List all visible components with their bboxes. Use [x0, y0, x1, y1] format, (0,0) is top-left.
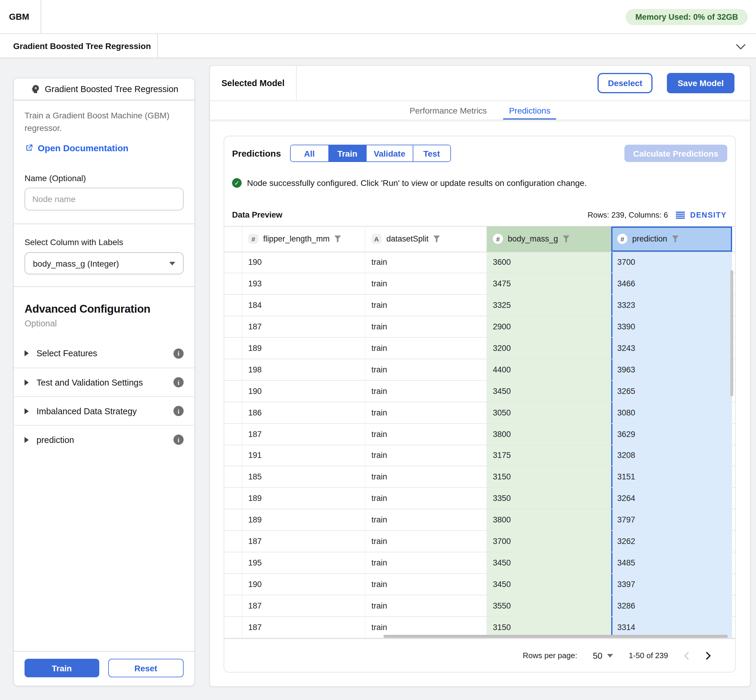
prev-page-button[interactable]	[684, 651, 690, 660]
chevron-down-icon	[607, 654, 613, 657]
info-icon[interactable]	[174, 406, 184, 416]
table-cell: 3700	[487, 531, 611, 552]
chevron-down-icon[interactable]	[733, 39, 748, 54]
predictions-toolbar: Predictions AllTrainValidateTest Calcula…	[224, 136, 735, 162]
tab-predictions[interactable]: Predictions	[508, 101, 552, 120]
workspace-tab-label: Gradient Boosted Tree Regression	[13, 41, 151, 50]
info-icon[interactable]	[174, 377, 184, 388]
accordion-label: prediction	[36, 435, 74, 444]
table-cell: train	[365, 423, 487, 444]
accordion-row[interactable]: Select Features	[14, 339, 194, 368]
accordion-label: Select Features	[36, 348, 97, 358]
table-cell: 187	[242, 617, 365, 638]
segment-all[interactable]: All	[290, 145, 328, 161]
table-cell-empty	[224, 445, 242, 466]
caret-right-icon	[25, 408, 29, 414]
segment-validate[interactable]: Validate	[366, 145, 412, 161]
table-cell: 3350	[487, 488, 611, 509]
pagination-nav	[684, 651, 711, 660]
table-cell: 3314	[611, 617, 732, 638]
accordion-label: Test and Validation Settings	[36, 378, 143, 387]
table-cell: 3050	[487, 402, 611, 423]
table-cell: 3200	[487, 338, 611, 359]
info-icon[interactable]	[174, 434, 184, 445]
table-row: 189train38003797	[224, 509, 735, 531]
horizontal-scrollbar[interactable]	[383, 635, 728, 638]
save-model-button[interactable]: Save Model	[667, 73, 734, 93]
column-type-icon: #	[493, 234, 503, 244]
table-cell-empty	[224, 402, 242, 423]
column-name: body_mass_g	[508, 234, 558, 244]
table-cell-empty	[224, 531, 242, 552]
content-area: Gradient Boosted Tree Regression Train a…	[0, 58, 756, 700]
node-config-panel: Gradient Boosted Tree Regression Train a…	[13, 78, 195, 686]
density-control[interactable]: DENSITY	[676, 211, 727, 219]
table-cell: 3150	[487, 467, 611, 488]
table-cell: train	[365, 273, 487, 294]
segment-test[interactable]: Test	[412, 145, 450, 161]
table-cell: 3450	[487, 574, 611, 595]
table-cell: 2900	[487, 316, 611, 337]
table-cell: 3243	[611, 338, 732, 359]
data-preview-table: #flipper_length_mmAdatasetSplit#body_mas…	[224, 226, 735, 638]
table-cell: train	[365, 617, 487, 638]
filter-icon[interactable]	[563, 236, 570, 242]
table-row: 190train34503265	[224, 381, 735, 402]
accordion-row[interactable]: Imbalanced Data Strategy	[14, 396, 194, 425]
table-cell: 3151	[611, 467, 732, 488]
info-icon[interactable]	[174, 348, 184, 358]
filter-icon[interactable]	[334, 236, 341, 242]
table-cell: 3700	[611, 252, 732, 273]
table-row: 186train30503080	[224, 402, 735, 423]
column-header-flipper_length_mm[interactable]: #flipper_length_mm	[242, 227, 365, 252]
table-row: 195train34503485	[224, 552, 735, 574]
workspace-tab[interactable]: Gradient Boosted Tree Regression	[0, 34, 158, 58]
accordion-row[interactable]: Test and Validation Settings	[14, 368, 194, 396]
table-cell: 4400	[487, 359, 611, 380]
divider	[14, 223, 194, 224]
table-cell: train	[365, 445, 487, 466]
table-cell: train	[365, 402, 487, 423]
predictions-card: Predictions AllTrainValidateTest Calcula…	[224, 136, 736, 672]
tab-performance-metrics[interactable]: Performance Metrics	[409, 101, 488, 120]
rows-per-page-select[interactable]: 50	[593, 651, 613, 660]
model-actions: Deselect Save Model	[598, 73, 734, 93]
calculate-predictions-button[interactable]: Calculate Predictions	[624, 145, 727, 162]
table-header-row: #flipper_length_mmAdatasetSplit#body_mas…	[224, 227, 735, 252]
table-cell: 3797	[611, 509, 732, 530]
table-row: 187train37003262	[224, 531, 735, 552]
selected-model-tab[interactable]: Selected Model	[210, 66, 297, 100]
node-name-input[interactable]	[25, 188, 184, 211]
open-documentation-link[interactable]: Open Documentation	[25, 143, 184, 153]
column-header-body_mass_g[interactable]: #body_mass_g	[487, 227, 611, 252]
table-cell: 3450	[487, 381, 611, 402]
name-field-label: Name (Optional)	[25, 173, 184, 183]
segment-train[interactable]: Train	[328, 145, 366, 161]
table-cell-empty	[224, 467, 242, 488]
label-column-select[interactable]: body_mass_g (Integer)	[25, 252, 184, 274]
next-page-button[interactable]	[705, 651, 711, 660]
divider	[14, 286, 194, 287]
table-cell: 3286	[611, 595, 732, 616]
table-cell: 3262	[611, 531, 732, 552]
table-cell: 187	[242, 595, 365, 616]
table-cell: 3800	[487, 423, 611, 444]
status-message-row: Node successfully configured. Click 'Run…	[224, 178, 735, 188]
column-header-prediction[interactable]: #prediction	[611, 227, 732, 252]
column-header-datasetSplit[interactable]: AdatasetSplit	[365, 227, 487, 252]
table-cell: 187	[242, 531, 365, 552]
data-preview-header: Data Preview Rows: 239, Columns: 6 DENSI…	[224, 211, 735, 219]
train-button[interactable]: Train	[25, 659, 99, 677]
chevron-left-icon	[684, 651, 690, 660]
column-type-icon: #	[248, 234, 258, 244]
table-cell: 3325	[487, 295, 611, 316]
accordion-row[interactable]: prediction	[14, 425, 194, 454]
app-logo: GBM	[0, 0, 41, 33]
filter-icon[interactable]	[433, 236, 440, 242]
label-column-value: body_mass_g (Integer)	[33, 259, 119, 268]
column-type-icon: #	[617, 234, 628, 244]
vertical-scrollbar[interactable]	[730, 270, 733, 396]
deselect-button[interactable]: Deselect	[598, 73, 653, 93]
filter-icon[interactable]	[672, 236, 679, 242]
reset-button[interactable]: Reset	[108, 659, 184, 677]
